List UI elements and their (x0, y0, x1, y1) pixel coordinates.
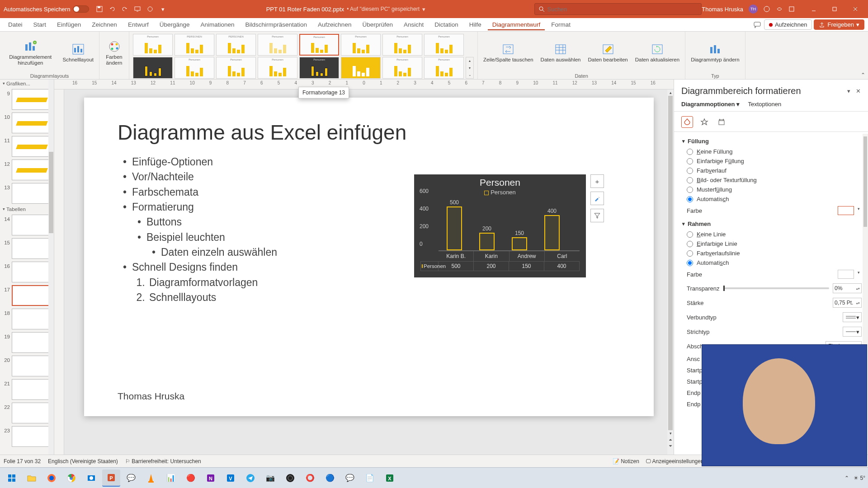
style-thumb-14[interactable] (341, 57, 381, 79)
app-icon-8[interactable]: 📄 (361, 469, 379, 487)
border-solid[interactable]: Einfarbige Linie (682, 239, 862, 249)
slide-thumb-11[interactable] (12, 136, 52, 157)
app-icon-5[interactable]: ⭕ (301, 469, 319, 487)
save-icon[interactable] (95, 5, 104, 13)
quick-layout-button[interactable]: Schnelllayout (60, 41, 96, 64)
border-auto[interactable]: Automatisch (682, 258, 862, 267)
weather-widget[interactable]: ☀ 5° (854, 475, 865, 481)
search-box[interactable] (534, 3, 702, 15)
obs-icon[interactable] (281, 469, 299, 487)
touch-mode-icon[interactable] (146, 5, 154, 13)
tab-datei[interactable]: Datei (4, 19, 27, 30)
style-thumb-15[interactable]: Personen (382, 57, 422, 79)
slide-thumb-22[interactable] (12, 403, 52, 423)
section-tabellen[interactable]: Tabellen (0, 205, 54, 213)
undo-icon[interactable] (108, 5, 116, 13)
minimize-button[interactable] (805, 4, 823, 14)
qat-more-icon[interactable]: ▾ (159, 5, 167, 13)
close-button[interactable] (846, 4, 864, 14)
border-none[interactable]: Keine Linie (682, 230, 862, 239)
tab-zeichnen[interactable]: Zeichnen (87, 19, 122, 30)
slide-counter[interactable]: Folie 17 von 32 (4, 458, 41, 465)
change-colors-button[interactable]: Farben ändern (102, 38, 126, 67)
tab-hilfe[interactable]: Hilfe (465, 19, 486, 30)
display-settings-button[interactable]: 🖵 Anzeigeeinstellungen (646, 458, 704, 465)
maximize-button[interactable] (826, 4, 844, 14)
slide-thumb-16[interactable] (12, 262, 52, 282)
slide-thumb-9[interactable] (12, 89, 52, 110)
fill-picture[interactable]: Bild- oder Texturfüllung (682, 175, 862, 185)
chart-styles-button[interactable] (590, 192, 604, 205)
pane-options-icon[interactable]: ▾ (847, 88, 850, 94)
style-thumb-8[interactable]: Personen (424, 34, 464, 56)
slide-thumb-20[interactable] (12, 356, 52, 376)
tray-chevron-icon[interactable]: ⌃ (844, 475, 849, 481)
tab-einfuegen[interactable]: Einfügen (52, 19, 85, 30)
style-thumb-11[interactable]: Personen (216, 57, 256, 79)
sync-icon[interactable] (763, 5, 770, 13)
vscode-icon[interactable]: V (222, 469, 240, 487)
outlook-icon[interactable] (82, 469, 100, 487)
tab-diagrammentwurf[interactable]: Diagrammentwurf (488, 19, 545, 30)
style-thumb-2[interactable]: PERSONEN (175, 34, 214, 56)
ribbon-display-icon[interactable] (788, 6, 795, 12)
style-thumb-13[interactable]: Personen (299, 57, 339, 79)
border-color-picker[interactable] (838, 270, 854, 279)
autosave-toggle[interactable] (73, 5, 89, 13)
tab-format[interactable]: Format (547, 19, 575, 30)
chrome-icon[interactable] (62, 469, 80, 487)
slide-thumb-19[interactable] (12, 332, 52, 353)
tab-entwurf[interactable]: Entwurf (123, 19, 153, 30)
app-icon-4[interactable]: 📷 (261, 469, 279, 487)
slide-thumb-10[interactable] (12, 113, 52, 133)
scroll-down-icon[interactable]: ▾ (667, 430, 674, 436)
style-thumb-16[interactable]: Personen (424, 57, 464, 79)
transparency-slider[interactable] (723, 287, 830, 289)
present-icon[interactable] (133, 5, 142, 13)
pane-close-icon[interactable]: ✕ (856, 88, 861, 94)
fill-pattern[interactable]: Musterfüllung (682, 185, 862, 194)
slide-canvas[interactable]: Diagramme aus Excel einfügen Einfüge-Opt… (64, 89, 674, 455)
coming-soon-icon[interactable] (776, 5, 783, 13)
slide-thumb-15[interactable] (12, 238, 52, 259)
share-button[interactable]: Freigeben▾ (814, 19, 864, 30)
title-dropdown-icon[interactable]: ▾ (422, 6, 425, 13)
excel-icon[interactable]: X (381, 469, 399, 487)
ribbon-collapse-icon[interactable]: ⌃ (861, 72, 865, 78)
slide-thumb-23[interactable] (12, 426, 52, 447)
subtab-text-options[interactable]: Textoptionen (748, 101, 781, 108)
fill-auto[interactable]: Automatisch (682, 194, 862, 204)
style-thumb-12[interactable]: Personen (258, 57, 297, 79)
gallery-more-button[interactable]: ▴▾⌄ (466, 57, 474, 79)
redo-icon[interactable] (121, 5, 129, 13)
style-thumb-1[interactable]: Personen (133, 34, 173, 56)
style-thumb-5[interactable]: Personen (299, 34, 339, 56)
slide-thumb-17[interactable] (12, 285, 52, 306)
style-thumb-7[interactable]: Personen (382, 34, 422, 56)
lang-indicator[interactable]: Englisch (Vereinigte Staaten) (48, 458, 118, 465)
size-tab-icon[interactable] (716, 116, 727, 128)
fill-none[interactable]: Keine Füllung (682, 147, 862, 156)
swap-row-col-button[interactable]: Zeile/Spalte tauschen (481, 41, 536, 64)
comments-icon[interactable] (752, 20, 762, 30)
compound-dropdown[interactable]: ▾ (843, 312, 862, 322)
fill-line-tab-icon[interactable] (681, 116, 693, 128)
fill-color-picker[interactable] (838, 206, 854, 215)
transparency-spinner[interactable]: 0%▴▾ (833, 283, 862, 293)
accessibility-status[interactable]: ⚐ Barrierefreiheit: Untersuchen (125, 458, 201, 465)
telegram-icon[interactable] (241, 469, 259, 487)
search-input[interactable] (547, 6, 698, 13)
tab-ansicht[interactable]: Ansicht (399, 19, 428, 30)
app-icon-1[interactable]: 💬 (122, 469, 140, 487)
app-icon-6[interactable]: 🔵 (321, 469, 339, 487)
section-border[interactable]: Rahmen (682, 217, 862, 230)
slide-thumb-14[interactable] (12, 215, 52, 235)
tab-ueberpruefen[interactable]: Überprüfen (358, 19, 397, 30)
user-name[interactable]: Thomas Hruska (702, 6, 743, 13)
record-button[interactable]: Aufzeichnen (764, 19, 812, 30)
embedded-chart[interactable]: Personen Personen 6004002000500200150400… (414, 174, 586, 277)
next-slide-icon[interactable]: ⏷ (667, 443, 674, 449)
effects-tab-icon[interactable] (698, 116, 710, 128)
add-chart-element-button[interactable]: + Diagrammelement hinzufügen (3, 38, 58, 67)
tab-aufzeichnen[interactable]: Aufzeichnen (313, 19, 356, 30)
